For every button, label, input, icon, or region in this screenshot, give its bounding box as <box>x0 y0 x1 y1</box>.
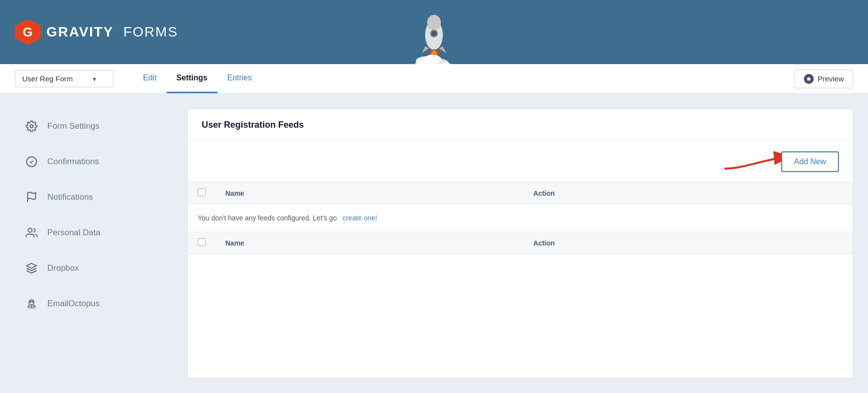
table-footer-name: Name <box>216 232 523 254</box>
create-one-link[interactable]: create one! <box>341 214 377 222</box>
add-new-button[interactable]: Add New <box>781 151 839 172</box>
svg-marker-5 <box>439 46 446 53</box>
sidebar-label-emailoctopus: EmailOctopus <box>47 299 100 309</box>
feeds-table: Name Action You don't have any feeds con… <box>188 182 853 254</box>
table-footer-checkbox <box>188 232 216 254</box>
logo-brand: GRAVITY <box>46 24 113 39</box>
rocket-svg <box>412 13 456 64</box>
svg-point-19 <box>32 301 33 302</box>
flag-icon <box>25 190 38 204</box>
footer-checkbox[interactable] <box>198 238 206 246</box>
form-selector-label: User Reg Form <box>22 74 73 83</box>
form-selector[interactable]: User Reg Form ▾ <box>15 70 113 87</box>
sidebar-item-personal-data[interactable]: Personal Data <box>15 215 173 250</box>
sidebar-label-personal-data: Personal Data <box>47 228 101 238</box>
sidebar-label-confirmations: Confirmations <box>47 157 99 167</box>
logo-hex: G <box>15 19 40 45</box>
sidebar-label-form-settings: Form Settings <box>47 121 100 131</box>
svg-point-16 <box>28 228 32 232</box>
svg-point-13 <box>30 125 33 128</box>
sidebar-item-dropbox[interactable]: Dropbox <box>15 250 173 286</box>
table-header-name: Name <box>216 182 523 204</box>
table-footer-row: Name Action <box>188 232 853 254</box>
main-layout: Form Settings Confirmations Notification… <box>0 94 868 393</box>
sidebar: Form Settings Confirmations Notification… <box>15 108 173 378</box>
table-empty-row: You don't have any feeds configured. Let… <box>188 204 853 232</box>
sidebar-label-dropbox: Dropbox <box>47 263 79 273</box>
table-header-checkbox <box>188 182 216 204</box>
preview-button[interactable]: ◉ Preview <box>795 70 853 88</box>
tab-settings[interactable]: Settings <box>167 64 217 93</box>
sidebar-label-notifications: Notifications <box>47 192 93 202</box>
main-content: User Registration Feeds Add New <box>187 108 853 378</box>
sidebar-item-confirmations[interactable]: Confirmations <box>15 144 173 179</box>
dropbox-icon <box>25 261 38 275</box>
content-actions: Add New <box>188 142 853 182</box>
select-all-checkbox[interactable] <box>198 188 206 196</box>
svg-point-3 <box>432 31 436 36</box>
users-icon <box>25 226 38 240</box>
table-header-action: Action <box>523 182 853 204</box>
logo-text: GRAVITY FORMS <box>46 24 178 40</box>
logo-sub: FORMS <box>123 24 178 39</box>
tab-entries[interactable]: Entries <box>217 64 262 93</box>
nav-tabs: Edit Settings Entries <box>133 64 262 93</box>
svg-point-1 <box>427 15 441 31</box>
sidebar-item-emailoctopus[interactable]: EmailOctopus <box>15 286 173 322</box>
svg-point-18 <box>30 301 31 302</box>
header: G GRAVITY FORMS <box>0 0 868 64</box>
tab-edit[interactable]: Edit <box>133 64 167 93</box>
content-title: User Registration Feeds <box>202 120 839 130</box>
table-footer-action: Action <box>523 232 853 254</box>
sidebar-item-form-settings[interactable]: Form Settings <box>15 108 173 144</box>
check-circle-icon <box>25 155 38 169</box>
logo-letter: G <box>23 25 33 40</box>
logo-area: G GRAVITY FORMS <box>15 19 178 45</box>
chevron-down-icon: ▾ <box>93 75 96 83</box>
sidebar-item-notifications[interactable]: Notifications <box>15 179 173 215</box>
empty-message-cell: You don't have any feeds configured. Let… <box>188 204 853 232</box>
navbar: User Reg Form ▾ Edit Settings Entries ◉ … <box>0 64 868 94</box>
svg-marker-4 <box>422 46 429 53</box>
empty-message-text: You don't have any feeds configured. Let… <box>198 214 337 222</box>
octopus-icon <box>25 297 38 311</box>
rocket-illustration <box>404 13 464 64</box>
eye-icon: ◉ <box>804 74 814 84</box>
gear-icon <box>25 119 38 133</box>
